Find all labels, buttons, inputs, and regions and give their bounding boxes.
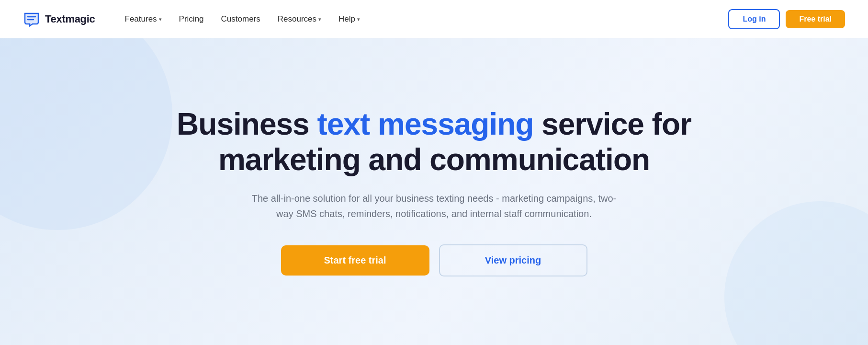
resources-chevron-icon: ▾ bbox=[318, 16, 321, 23]
nav-customers[interactable]: Customers bbox=[214, 11, 267, 28]
login-button[interactable]: Log in bbox=[728, 9, 780, 29]
view-pricing-button[interactable]: View pricing bbox=[439, 244, 587, 276]
brand-name: Textmagic bbox=[45, 13, 95, 25]
hero-subtitle: The all-in-one solution for all your bus… bbox=[248, 191, 621, 221]
hero-section: Business text messaging service for mark… bbox=[0, 38, 868, 345]
nav-help[interactable]: Help ▾ bbox=[332, 11, 367, 28]
hero-buttons: Start free trial View pricing bbox=[171, 244, 698, 276]
help-chevron-icon: ▾ bbox=[357, 16, 360, 23]
nav-pricing-label: Pricing bbox=[179, 14, 204, 24]
hero-title-part1: Business bbox=[177, 107, 317, 141]
navbar: Textmagic Features ▾ Pricing Customers R… bbox=[0, 0, 868, 38]
logo[interactable]: Textmagic bbox=[23, 12, 95, 27]
features-chevron-icon: ▾ bbox=[159, 16, 162, 23]
navbar-right: Log in Free trial bbox=[728, 9, 845, 29]
hero-title: Business text messaging service for mark… bbox=[171, 107, 698, 177]
nav-help-label: Help bbox=[338, 14, 355, 24]
navbar-left: Textmagic Features ▾ Pricing Customers R… bbox=[23, 11, 367, 28]
free-trial-nav-button[interactable]: Free trial bbox=[786, 10, 845, 28]
nav-links: Features ▾ Pricing Customers Resources ▾… bbox=[118, 11, 367, 28]
logo-icon bbox=[23, 12, 40, 27]
start-free-trial-button[interactable]: Start free trial bbox=[281, 245, 429, 276]
nav-pricing[interactable]: Pricing bbox=[172, 11, 211, 28]
hero-content: Business text messaging service for mark… bbox=[171, 107, 698, 276]
nav-features[interactable]: Features ▾ bbox=[118, 11, 169, 28]
nav-resources[interactable]: Resources ▾ bbox=[271, 11, 328, 28]
nav-features-label: Features bbox=[125, 14, 157, 24]
nav-resources-label: Resources bbox=[278, 14, 316, 24]
nav-customers-label: Customers bbox=[221, 14, 260, 24]
hero-title-highlight: text messaging bbox=[317, 107, 533, 141]
